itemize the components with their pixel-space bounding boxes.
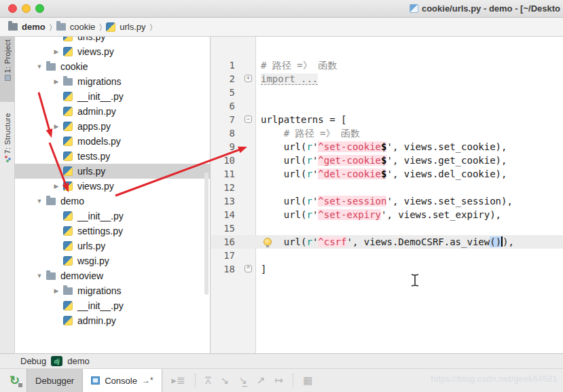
debug-panel-header: Debug dj demo	[0, 353, 563, 368]
folder-icon	[63, 78, 73, 86]
line-number: 14	[211, 208, 235, 221]
code-line-16[interactable]: 16 url(r'^csrf', views.DemoCSRF.as_view(…	[211, 235, 563, 249]
step-over-icon[interactable]: ⩞	[205, 374, 211, 387]
tree-item-label: __init__.py	[77, 211, 124, 221]
close-window-button[interactable]	[8, 4, 17, 13]
python-file-icon	[63, 166, 73, 176]
tree-item-label: __init__.py	[77, 91, 124, 102]
zoom-window-button[interactable]	[35, 4, 44, 13]
tree-item-demo[interactable]: ▼demo	[15, 194, 210, 209]
tree-item-settings-py[interactable]: settings.py	[15, 224, 210, 238]
code-line-1[interactable]: 1# 路径 =》 函数	[211, 58, 563, 72]
tree-item-tests-py[interactable]: tests.py	[15, 149, 210, 164]
code-line-12[interactable]: 12	[211, 181, 563, 194]
run-config-name: demo	[67, 356, 90, 366]
structure-toolwindow-icon	[5, 156, 11, 162]
python-file-icon	[106, 22, 115, 32]
expander-icon[interactable]: ▶	[52, 48, 60, 55]
tree-item--init-py[interactable]: __init__.py	[15, 89, 210, 104]
folder-icon	[63, 287, 73, 295]
line-number: 18	[211, 262, 235, 276]
tree-item-models-py[interactable]: models.py	[15, 134, 210, 149]
fold-marker-icon[interactable]: −	[244, 115, 252, 123]
expander-icon[interactable]: ▼	[35, 198, 43, 204]
toolwindow-tab-project[interactable]: 1: Project	[0, 37, 15, 102]
code-line-10[interactable]: 10 url(r'^get-cookie$', views.get_cookie…	[211, 154, 563, 167]
minimize-window-button[interactable]	[22, 4, 31, 13]
code-line-15[interactable]: 15	[211, 221, 563, 235]
tree-scrollbar[interactable]	[204, 173, 208, 295]
tree-item-admin-py[interactable]: admin.py	[15, 104, 210, 119]
code-line-8[interactable]: 8 # 路径 =》 函数	[211, 126, 563, 140]
expander-icon[interactable]: ▶	[52, 287, 60, 294]
code-line-11[interactable]: 11 url(r'^del-cookie$', views.del_cookie…	[211, 167, 563, 181]
tree-item-migrations[interactable]: ▶migrations	[15, 283, 210, 298]
tree-item-migrations[interactable]: ▶migrations	[15, 74, 210, 89]
run-to-cursor-icon[interactable]: ↦	[275, 374, 284, 387]
expander-icon[interactable]: ▼	[35, 63, 43, 70]
tree-item-urls-py[interactable]: urls.py	[15, 164, 210, 179]
breadcrumb-item-demo[interactable]: demo	[8, 22, 46, 32]
window-title: cookie/urls.py - demo - [~/Deskto	[410, 3, 560, 14]
tree-item-urls-py[interactable]: urls.py	[15, 238, 210, 253]
toolwindow-tab-structure[interactable]: 7: Structure	[0, 110, 15, 185]
rerun-debug-icon[interactable]: ↻	[10, 373, 20, 388]
folder-icon	[8, 23, 18, 31]
tree-item-cookie[interactable]: ▼cookie	[15, 59, 210, 74]
python-file-icon	[63, 181, 73, 191]
code-line-18[interactable]: 18^]	[211, 262, 563, 276]
view-breakpoints-icon[interactable]: ▦	[303, 374, 312, 387]
breadcrumb-separator: 〉	[150, 22, 153, 32]
show-execution-point-icon[interactable]: ▸≣	[172, 374, 185, 387]
step-out-icon[interactable]: ↗	[257, 374, 266, 387]
python-file-icon	[63, 226, 73, 236]
code-text: urlpatterns = [	[261, 113, 346, 126]
tree-item-label: urls.py	[77, 240, 105, 251]
line-number: 5	[211, 86, 235, 99]
tree-item-label: cookie	[60, 61, 88, 72]
tab-debugger[interactable]: Debugger	[26, 369, 83, 392]
tree-item-label: admin.py	[77, 106, 116, 117]
code-line-9[interactable]: 9 url(r'^set-cookie$', views.set_cookie)…	[211, 140, 563, 154]
tab-console[interactable]: Console →*	[83, 369, 162, 392]
expander-icon[interactable]: ▶	[52, 123, 60, 130]
code-text: url(r'^set-expiry', views.set_expiry),	[261, 208, 501, 221]
tree-item-wsgi-py[interactable]: wsgi.py	[15, 253, 210, 268]
tree-item--init-py[interactable]: __init__.py	[15, 298, 210, 313]
code-line-6[interactable]: 6	[211, 99, 563, 113]
tree-item--init-py[interactable]: __init__.py	[15, 209, 210, 224]
code-line-5[interactable]: 5	[211, 86, 563, 99]
code-editor[interactable]: 1# 路径 =》 函数2+import ...567−urlpatterns =…	[211, 37, 563, 353]
tree-item-admin-py[interactable]: admin.py	[15, 313, 210, 328]
fold-marker-icon[interactable]: +	[244, 75, 252, 82]
debug-panel-label: Debug	[20, 356, 46, 366]
code-line-7[interactable]: 7−urlpatterns = [	[211, 113, 563, 126]
line-number: 17	[211, 249, 235, 262]
python-file-icon	[63, 241, 73, 251]
expander-icon[interactable]: ▼	[35, 272, 43, 279]
step-into-icon[interactable]: ↘	[221, 374, 230, 387]
tree-item-demoview[interactable]: ▼demoview	[15, 268, 210, 283]
tree-item-apps-py[interactable]: ▶apps.py	[15, 119, 210, 134]
expander-icon[interactable]: ▶	[52, 183, 60, 190]
tree-item-label: urls.py	[77, 166, 105, 177]
code-line-14[interactable]: 14 url(r'^set-expiry', views.set_expiry)…	[211, 208, 563, 221]
code-line-13[interactable]: 13 url(r'^set-session', views.set_sessio…	[211, 194, 563, 208]
fold-marker-icon[interactable]: ^	[244, 265, 252, 272]
breadcrumb-item-urls-py[interactable]: urls.py	[106, 22, 145, 32]
code-line-2[interactable]: 2+import ...	[211, 72, 563, 86]
project-tree-panel: urls.py▶views.py▼cookie▶migrations__init…	[15, 37, 211, 353]
expander-icon[interactable]: ▶	[52, 78, 60, 85]
python-file-icon	[63, 301, 73, 310]
django-icon: dj	[51, 356, 62, 366]
tree-item-views-py[interactable]: ▶views.py	[15, 44, 210, 59]
breadcrumb-separator: 〉	[50, 22, 52, 32]
tree-item-urls-py[interactable]: urls.py	[15, 37, 210, 44]
tree-item-label: views.py	[77, 181, 114, 192]
breadcrumb-item-cookie[interactable]: cookie	[56, 22, 96, 32]
code-line-17[interactable]: 17	[211, 249, 563, 262]
folder-icon	[46, 198, 56, 205]
line-number: 9	[211, 140, 235, 154]
force-step-into-icon[interactable]: ↘̲	[238, 374, 247, 387]
tree-item-views-py[interactable]: ▶views.py	[15, 179, 210, 194]
